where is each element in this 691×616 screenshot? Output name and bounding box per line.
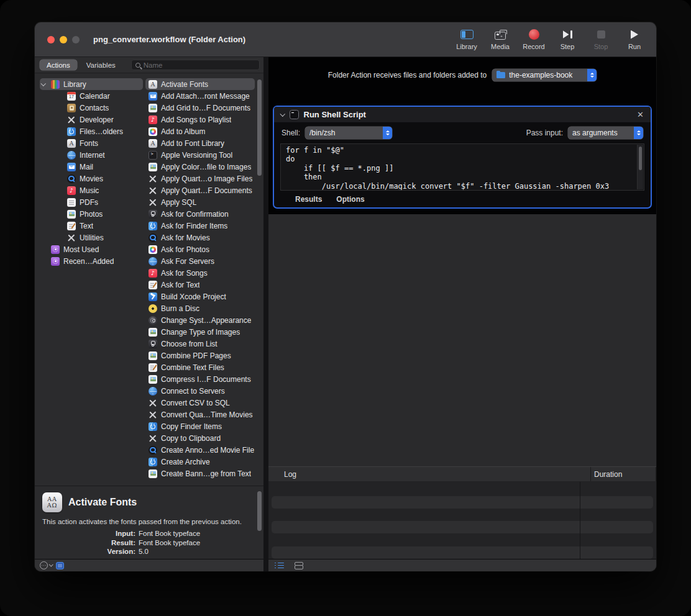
action-item-apply-quart-o-image-files[interactable]: Apply Quart…o Image Files: [145, 173, 255, 184]
action-item-add-to-album[interactable]: Add to Album: [145, 125, 255, 137]
zoom-button[interactable]: [72, 36, 80, 43]
disclosure-chevron-icon[interactable]: [41, 81, 46, 86]
action-item-build-xcode-project[interactable]: Build Xcode Project: [145, 291, 255, 302]
fontbook-icon: [67, 139, 76, 148]
action-item-add-songs-to-playlist[interactable]: Add Songs to Playlist: [145, 114, 255, 125]
sidebar-item-photos[interactable]: Photos: [40, 208, 143, 220]
action-item-create-anno-ed-movie-file[interactable]: Create Anno…ed Movie File: [145, 444, 255, 456]
sidebar-item-files-olders[interactable]: Files…olders: [40, 125, 143, 137]
log-header[interactable]: Log Duration: [268, 467, 656, 482]
sidebar-item-label: Most Used: [63, 245, 99, 254]
titlebar[interactable]: png_converter.workflow (Folder Action) L…: [35, 22, 656, 57]
sidebar-item-music[interactable]: Music: [40, 184, 143, 196]
action-item-apply-quart-f-documents[interactable]: Apply Quart…F Documents: [145, 184, 255, 196]
action-item-activate-fonts[interactable]: Activate Fonts: [145, 78, 255, 90]
pass-input-dropdown[interactable]: as arguments: [568, 127, 643, 139]
x-icon: [149, 399, 157, 407]
action-item-apple-versioning-tool[interactable]: Apple Versioning Tool: [145, 149, 255, 161]
sidebar-item-internet[interactable]: Internet: [40, 149, 143, 161]
results-tab[interactable]: Results: [295, 195, 322, 204]
action-item-ask-for-songs[interactable]: Ask for Songs: [145, 267, 255, 279]
action-item-convert-qua-time-movies[interactable]: Convert Qua…Time Movies: [145, 409, 255, 420]
shell-dropdown[interactable]: /bin/zsh: [305, 127, 392, 139]
toolbar-button-label: Media: [491, 43, 510, 50]
close-block-button[interactable]: ✕: [637, 111, 644, 119]
tab-actions[interactable]: Actions: [40, 60, 77, 70]
action-item-change-syst-appearance[interactable]: Change Syst…Appearance: [145, 314, 255, 326]
record-button[interactable]: Record: [521, 29, 547, 50]
action-item-ask-for-servers[interactable]: Ask For Servers: [145, 255, 255, 267]
shell-script-editor[interactable]: for f in "$@"do if [[ $f == *.png ]] the…: [280, 143, 644, 191]
more-options-button[interactable]: [40, 561, 53, 569]
library-button[interactable]: Library: [454, 29, 480, 50]
sidebar-item-calendar[interactable]: Calendar: [40, 90, 143, 102]
action-item-ask-for-movies[interactable]: Ask for Movies: [145, 232, 255, 243]
sidebar-item-library[interactable]: Library: [40, 78, 143, 90]
action-item-ask-for-photos[interactable]: Ask for Photos: [145, 243, 255, 255]
action-item-add-grid-to-f-documents[interactable]: Add Grid to…F Documents: [145, 102, 255, 114]
action-item-label: Compress I…F Documents: [161, 375, 251, 384]
automator-window: png_converter.workflow (Folder Action) L…: [35, 22, 656, 571]
search-input[interactable]: [144, 61, 259, 69]
tab-variables[interactable]: Variables: [80, 60, 122, 70]
sidebar-item-movies[interactable]: Movies: [40, 173, 143, 184]
close-button[interactable]: [47, 36, 55, 43]
action-item-connect-to-servers[interactable]: Connect to Servers: [145, 385, 255, 397]
action-item-ask-for-text[interactable]: Ask for Text: [145, 279, 255, 291]
code-scrollbar[interactable]: [637, 145, 643, 189]
action-item-apply-sql[interactable]: Apply SQL: [145, 196, 255, 208]
sidebar-item-fonts[interactable]: Fonts: [40, 137, 143, 149]
sidebar-item-label: Music: [80, 186, 99, 195]
action-item-ask-for-finder-items[interactable]: Ask for Finder Items: [145, 220, 255, 232]
action-item-label: Create Archive: [161, 458, 210, 466]
action-item-combine-pdf-pages[interactable]: Combine PDF Pages: [145, 350, 255, 361]
disclosure-chevron-icon[interactable]: [280, 111, 285, 116]
sidebar-item-pdfs[interactable]: PDFs: [40, 196, 143, 208]
log-row: [272, 496, 653, 509]
search-field[interactable]: [131, 60, 260, 70]
media-button[interactable]: Media: [487, 29, 513, 50]
sidebar-item-developer[interactable]: Developer: [40, 114, 143, 125]
sidebar-item-contacts[interactable]: Contacts: [40, 102, 143, 114]
list-view-button[interactable]: [275, 562, 284, 569]
action-item-combine-text-files[interactable]: Combine Text Files: [145, 361, 255, 373]
action-item-label: Ask for Photos: [161, 245, 209, 254]
action-item-convert-csv-to-sql[interactable]: Convert CSV to SQL: [145, 397, 255, 409]
workflow-canvas[interactable]: [268, 214, 656, 466]
options-tab[interactable]: Options: [336, 195, 364, 204]
sidebar-item-recen-added[interactable]: Recen…Added: [40, 255, 143, 267]
action-item-label: Convert CSV to SQL: [161, 399, 230, 407]
field-label: Input:: [42, 530, 135, 537]
sidebar-item-text[interactable]: Text: [40, 220, 143, 232]
code-line: then: [286, 173, 634, 181]
action-item-apply-color-file-to-images[interactable]: Apply Color…file to Images: [145, 161, 255, 173]
action-item-choose-from-list[interactable]: Choose from List: [145, 338, 255, 350]
run-button[interactable]: Run: [621, 29, 648, 50]
action-item-burn-a-disc[interactable]: Burn a Disc: [145, 302, 255, 314]
action-item-create-bann-ge-from-text[interactable]: Create Bann…ge from Text: [145, 468, 255, 479]
action-item-copy-to-clipboard[interactable]: Copy to Clipboard: [145, 432, 255, 444]
finder-icon: [149, 222, 157, 230]
action-item-change-type-of-images[interactable]: Change Type of Images: [145, 326, 255, 338]
sidebar-item-mail[interactable]: Mail: [40, 161, 143, 173]
block-header[interactable]: Run Shell Script ✕: [274, 107, 651, 123]
action-item-add-attach-ront-message[interactable]: Add Attach…ront Message: [145, 90, 255, 102]
group-view-button[interactable]: [295, 561, 303, 569]
action-item-compress-i-f-documents[interactable]: Compress I…F Documents: [145, 373, 255, 385]
action-item-create-archive[interactable]: Create Archive: [145, 456, 255, 468]
minimize-button[interactable]: [60, 36, 67, 43]
action-item-ask-for-confirmation[interactable]: Ask for Confirmation: [145, 208, 255, 220]
action-item-label: Apply Quart…F Documents: [161, 186, 252, 195]
folder-dropdown[interactable]: the-examples-book: [492, 69, 597, 81]
action-item-label: Change Type of Images: [161, 328, 240, 337]
step-button[interactable]: Step: [554, 29, 580, 50]
description-scrollbar[interactable]: [257, 491, 262, 531]
sidebar-item-utilities[interactable]: Utilities: [40, 232, 143, 243]
action-item-label: Connect to Servers: [161, 387, 225, 396]
sidebar-item-most-used[interactable]: Most Used: [40, 243, 143, 255]
workflow-badge-icon[interactable]: [56, 562, 64, 569]
right-statusbar: [268, 559, 656, 571]
actions-scrollbar[interactable]: [257, 79, 262, 176]
action-item-copy-finder-items[interactable]: Copy Finder Items: [145, 420, 255, 432]
action-item-add-to-font-library[interactable]: Add to Font Library: [145, 137, 255, 149]
